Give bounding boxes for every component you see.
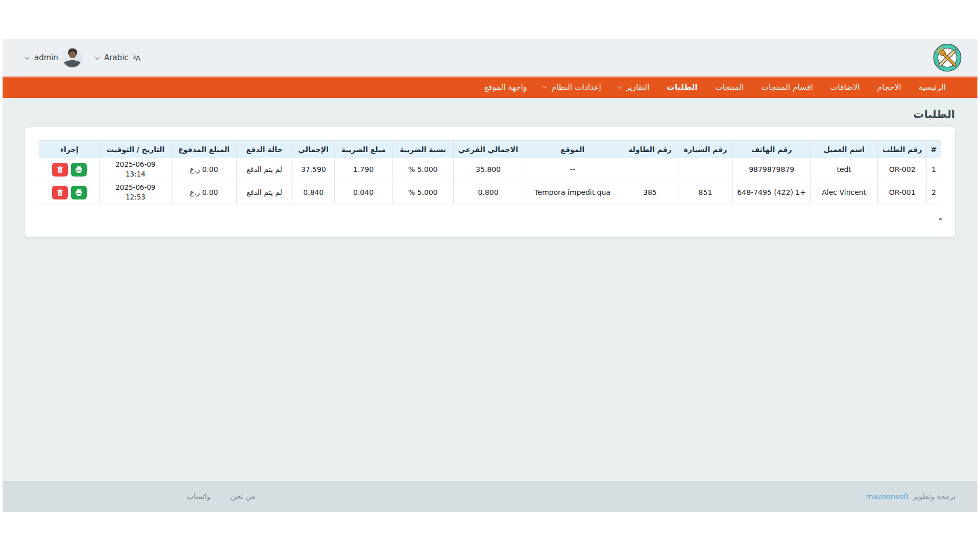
footer-link-0[interactable]: من نحن [231, 492, 255, 500]
footer-link-1[interactable]: واتساب [187, 492, 210, 500]
printer-icon [75, 166, 83, 173]
column-header: رقم الهاتف [733, 141, 811, 158]
column-header: اسم العميل [811, 141, 878, 158]
delete-button[interactable] [52, 186, 68, 199]
nav-item-label: التقارير [626, 83, 650, 92]
column-header: # [926, 141, 941, 158]
column-header: حالة الدفع [236, 141, 292, 158]
cell-actions [39, 181, 100, 204]
chevron-down-icon [617, 84, 621, 88]
restaurant-plate-logo[interactable] [933, 43, 962, 72]
column-header: إجراء [39, 141, 100, 158]
stray-dot [939, 218, 942, 220]
footer-links: من نحنواتساب [187, 492, 255, 500]
cell-actions [39, 158, 100, 181]
user-dropdown[interactable]: admin [26, 48, 82, 67]
cell-order-no: OR-002 [878, 158, 926, 181]
cell-subtotal: 0.800 [454, 181, 523, 204]
translate-icon: x̄A [133, 54, 140, 62]
column-header: الموقع [523, 141, 622, 158]
app-container: x̄A Arabic admin الرئيسيةالاحجامالاضافات… [3, 39, 977, 512]
cell-total: 0.840 [292, 181, 335, 204]
cell-payment-status: لم يتم الدفع [236, 181, 292, 204]
developer-credit: برمجة وتطوير mazoonsoft [866, 492, 955, 500]
table-row: 2OR-001Alec Vincent648-7495 (422) 1+8513… [39, 181, 941, 204]
orders-card: #رقم الطلباسم العميلرقم الهاتفرقم السيار… [25, 127, 955, 237]
column-header: نسبة الضريبة [393, 141, 454, 158]
user-avatar [63, 48, 82, 67]
print-button[interactable] [71, 186, 87, 199]
cell-order-no: OR-001 [878, 181, 926, 204]
print-button[interactable] [71, 163, 87, 177]
cell-tax-rate: % 5.000 [393, 181, 454, 204]
chevron-down-icon [94, 55, 100, 60]
page-title: الطلبات [25, 98, 955, 120]
cell-phone: 648-7495 (422) 1+ [733, 181, 811, 204]
top-header: x̄A Arabic admin [3, 39, 977, 77]
language-dropdown[interactable]: x̄A Arabic [96, 53, 140, 62]
nav-item-5[interactable]: الطلبات [667, 83, 697, 92]
nav-item-label: الرئيسية [919, 83, 946, 92]
nav-item-6[interactable]: التقارير [619, 83, 650, 92]
trash-icon [56, 189, 64, 196]
date-value: 2025-06-09 [103, 183, 168, 192]
cell-car-no [678, 158, 733, 181]
cell-subtotal: 35.800 [454, 158, 523, 181]
nav-item-label: الاضافات [830, 83, 860, 92]
cell-datetime: 2025-06-0912:53 [100, 181, 172, 204]
cell-total: 37.590 [292, 158, 335, 181]
cell-paid-amount: 0.00 ر.ع [172, 181, 236, 204]
nav-item-8[interactable]: واجهة الموقع [484, 83, 527, 92]
mazoonsoft-link[interactable]: mazoonsoft [866, 492, 909, 500]
column-header: مبلغ الضريبة [335, 141, 393, 158]
cell-car-no: 851 [678, 181, 733, 204]
nav-item-label: الاحجام [877, 83, 901, 92]
cell-tax-amount: 0.040 [335, 181, 393, 204]
table-header-row: #رقم الطلباسم العميلرقم الهاتفرقم السيار… [39, 141, 941, 158]
language-label: Arabic [104, 53, 129, 62]
nav-item-label: المنتجات [715, 83, 744, 92]
nav-item-1[interactable]: الاحجام [877, 83, 901, 92]
user-label: admin [34, 53, 58, 62]
cell-location: Tempora impedit qua [523, 181, 622, 204]
orders-table: #رقم الطلباسم العميلرقم الهاتفرقم السيار… [39, 140, 941, 204]
user-area: x̄A Arabic admin [26, 48, 140, 67]
cell-tax-rate: % 5.000 [393, 158, 454, 181]
cell-phone: 9879879879 [733, 158, 811, 181]
plate-fork-knife-icon [933, 43, 962, 72]
column-header: المبلغ المدفوع [172, 141, 236, 158]
trash-icon [56, 166, 64, 173]
column-header: التاريخ / التوقيت [100, 141, 172, 158]
printer-icon [75, 189, 83, 196]
table-row: 1OR-002tedt9879879879--35.800% 5.0001.79… [39, 158, 941, 181]
cell-tax-amount: 1.790 [335, 158, 393, 181]
delete-button[interactable] [52, 163, 68, 177]
column-header: الإجمالي [292, 141, 335, 158]
date-value: 2025-06-09 [103, 160, 168, 169]
chevron-down-icon [543, 84, 547, 88]
main-navigation: الرئيسيةالاحجامالاضافاتاقسام المنتجاتالم… [3, 77, 977, 98]
time-value: 12:53 [103, 192, 168, 202]
nav-item-label: إعدادات النظام [551, 83, 601, 92]
nav-item-4[interactable]: المنتجات [715, 83, 744, 92]
time-value: 13:14 [103, 169, 168, 179]
column-header: الاجمالي الفرعي [454, 141, 523, 158]
cell-location: -- [523, 158, 622, 181]
chevron-down-icon [24, 55, 30, 60]
cell-paid-amount: 0.00 ر.ع [172, 158, 236, 181]
main-content: الطلبات #رقم الطلباسم العميلرقم الهاتفرق… [3, 98, 977, 481]
nav-item-7[interactable]: إعدادات النظام [544, 83, 601, 92]
column-header: رقم السيارة [678, 141, 733, 158]
nav-item-label: واجهة الموقع [484, 83, 527, 92]
cell-index: 1 [926, 158, 941, 181]
nav-item-3[interactable]: اقسام المنتجات [761, 83, 813, 92]
cell-payment-status: لم يتم الدفع [236, 158, 292, 181]
credit-text: برمجة وتطوير [913, 492, 955, 500]
nav-item-2[interactable]: الاضافات [830, 83, 860, 92]
cell-table-no: 385 [622, 181, 678, 204]
cell-table-no [622, 158, 678, 181]
cell-datetime: 2025-06-0913:14 [100, 158, 172, 181]
nav-item-0[interactable]: الرئيسية [919, 83, 946, 92]
page-footer: برمجة وتطوير mazoonsoft من نحنواتساب [3, 481, 977, 512]
cell-customer: tedt [811, 158, 878, 181]
